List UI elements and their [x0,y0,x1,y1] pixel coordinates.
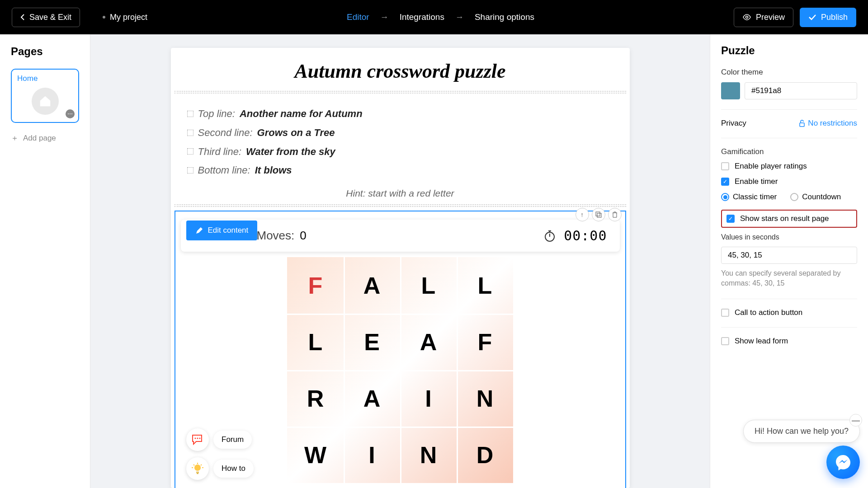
checkbox-checked-icon: ✓ [726,215,735,223]
cta-section: Call to action button [721,308,857,328]
chat-icon [186,428,209,451]
hint-text[interactable]: Hint: start with a red letter [171,185,630,204]
word-grid: FALL LEAF RAIN WIND [287,257,513,483]
puzzle-grid[interactable]: FALL LEAF RAIN WIND [287,257,513,483]
puzzle-title[interactable]: Autumn crossword puzzle [171,48,630,91]
arrow-right-icon: → [380,12,389,22]
arrow-right-icon: → [455,12,464,22]
plus-icon: ＋ [11,133,19,143]
color-theme-section: Color theme [721,68,857,110]
project-name-label: My project [110,13,147,22]
radio-checked-icon [721,193,729,201]
edit-content-button[interactable]: Edit content [186,221,258,240]
values-input[interactable] [721,247,857,264]
lightbulb-icon [186,457,209,480]
clue-row: Third line: Water from the sky [187,142,613,161]
check-icon [808,14,816,20]
home-icon [32,88,59,115]
pages-sidebar: Pages Home ⋯ ＋ Add page [0,34,90,488]
moves-value: 0 [300,229,306,243]
block-toolbar: ↑ [576,208,622,221]
forum-label: Forum [213,431,252,449]
svg-rect-8 [800,123,804,127]
duplicate-icon[interactable] [592,208,605,221]
privacy-section: Privacy No restrictions [721,119,857,138]
preview-button[interactable]: Preview [734,8,793,27]
page-options-icon[interactable]: ⋯ [66,109,75,118]
clue-row: Bottom line: It blows [187,161,613,180]
panel-title: Puzzle [721,44,857,57]
tab-sharing[interactable]: Sharing options [475,12,534,22]
checkbox-checked-icon: ✓ [721,178,729,186]
color-theme-input[interactable] [745,82,857,99]
edit-content-label: Edit content [208,226,249,235]
bullet-icon [187,111,193,117]
clue-row: Top line: Another name for Autumn [187,104,613,123]
color-theme-label: Color theme [721,68,857,77]
move-up-icon[interactable]: ↑ [576,208,589,221]
sidebar-title: Pages [11,45,79,58]
cta-label: Call to action button [735,308,802,317]
bullet-icon [187,130,193,136]
clue-list[interactable]: Top line: Another name for Autumn Second… [171,94,630,185]
publish-label: Publish [821,13,848,22]
canvas-area[interactable]: Autumn crossword puzzle Top line: Anothe… [90,34,710,488]
howto-button[interactable]: How to [186,457,254,480]
svg-point-6 [199,438,201,439]
trash-icon[interactable] [608,208,622,221]
moves-label: Moves: [257,229,295,243]
enable-timer-label: Enable timer [735,177,778,186]
cta-checkbox[interactable]: Call to action button [721,308,857,317]
radio-countdown[interactable]: Countdown [790,192,841,202]
show-stars-label: Show stars on result page [740,214,829,223]
radio-countdown-label: Countdown [802,192,841,202]
gamification-section: Gamification Enable player ratings ✓ Ena… [721,147,857,299]
tab-editor[interactable]: Editor [347,12,369,22]
enable-timer-checkbox[interactable]: ✓ Enable timer [721,177,857,186]
chat-greeting-bubble[interactable]: Hi! How can we help you? — [743,420,860,443]
header-tabs: Editor → Integrations → Sharing options [156,12,725,22]
publish-button[interactable]: Publish [800,8,856,27]
checkbox-icon [721,309,729,317]
color-swatch[interactable] [721,82,740,99]
tab-integrations[interactable]: Integrations [400,12,444,22]
close-icon[interactable]: — [849,414,862,427]
enable-ratings-label: Enable player ratings [735,162,807,171]
stopwatch-icon [543,229,557,243]
help-buttons: Forum How to [186,428,254,480]
checkbox-icon [721,337,729,345]
values-helper: You can specify several separated by com… [721,268,857,289]
lead-form-checkbox[interactable]: Show lead form [721,337,857,346]
save-exit-button[interactable]: Save & Exit [12,8,80,27]
page-thumb-label: Home [17,74,73,83]
timer-mode-radio: Classic timer Countdown [721,192,857,202]
page-canvas: Autumn crossword puzzle Top line: Anothe… [171,48,630,488]
project-name[interactable]: My project [103,13,147,22]
lead-form-label: Show lead form [735,337,788,346]
howto-label: How to [213,460,254,478]
privacy-value: No restrictions [808,119,857,128]
page-thumb-home[interactable]: Home ⋯ [11,69,79,123]
privacy-link[interactable]: No restrictions [799,119,857,128]
chat-greeting-text: Hi! How can we help you? [755,427,849,436]
chevron-left-icon [20,14,25,21]
radio-classic-label: Classic timer [733,192,777,202]
bullet-icon [187,148,193,155]
radio-classic[interactable]: Classic timer [721,192,777,202]
enable-ratings-checkbox[interactable]: Enable player ratings [721,162,857,171]
svg-rect-1 [596,212,600,216]
values-label: Values in seconds [721,233,857,241]
preview-label: Preview [756,13,785,22]
pencil-icon [195,226,203,235]
timer-value: 00:00 [564,228,607,244]
svg-point-5 [197,438,198,439]
privacy-label: Privacy [721,119,746,128]
svg-point-0 [745,16,748,19]
add-page-button[interactable]: ＋ Add page [11,133,79,143]
forum-button[interactable]: Forum [186,428,254,451]
clue-row: Second line: Grows on a Tree [187,123,613,142]
show-stars-checkbox[interactable]: ✓ Show stars on result page [721,210,857,228]
lead-form-section: Show lead form [721,337,857,352]
messenger-icon [834,453,852,471]
chat-fab[interactable] [826,446,860,479]
